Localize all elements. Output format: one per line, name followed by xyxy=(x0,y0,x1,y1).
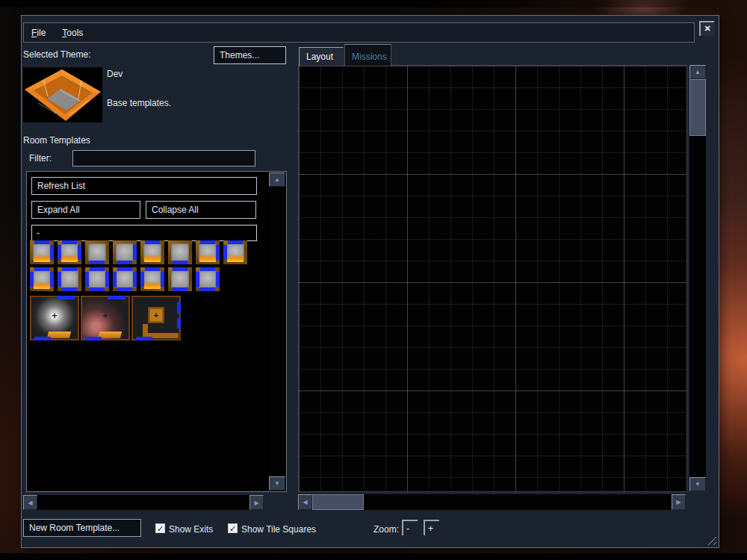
room-templates-panel: Refresh List Expand All Collapse All - +… xyxy=(26,171,287,492)
show-tile-squares-checkbox[interactable]: ✓ xyxy=(228,523,238,533)
room-template-thumb[interactable] xyxy=(140,267,164,291)
scrollbar-thumb[interactable] xyxy=(689,79,706,136)
templates-horizontal-scrollbar[interactable]: ◀ ▶ xyxy=(23,495,264,510)
zoom-label: Zoom: xyxy=(374,524,399,535)
show-exits-label[interactable]: Show Exits xyxy=(169,524,213,535)
room-template-thumb[interactable] xyxy=(168,240,192,264)
close-button[interactable]: ✕ xyxy=(699,21,714,36)
zoom-in-button[interactable]: + xyxy=(424,520,439,535)
room-template-thumb[interactable] xyxy=(58,267,81,291)
editor-window: ✕ File Tools Selected Theme: Themes... D… xyxy=(21,15,719,548)
zoom-out-button[interactable]: - xyxy=(402,520,418,535)
new-room-template-button[interactable]: New Room Template... xyxy=(23,519,141,537)
scroll-right-icon[interactable]: ▶ xyxy=(672,494,686,510)
filter-input[interactable] xyxy=(72,150,255,167)
room-template-thumb[interactable] xyxy=(30,267,54,291)
room-template-thumb[interactable] xyxy=(140,240,164,264)
template-group-header[interactable]: - xyxy=(31,225,257,241)
menu-tools[interactable]: Tools xyxy=(62,28,83,38)
room-template-thumb[interactable] xyxy=(85,267,109,291)
collapse-all-button[interactable]: Collapse All xyxy=(146,201,256,219)
tile-row xyxy=(30,267,220,291)
scroll-left-icon[interactable]: ◀ xyxy=(23,495,37,510)
selected-theme-label: Selected Theme: xyxy=(23,49,91,60)
templates-vertical-scrollbar[interactable]: ▲ ▼ xyxy=(269,172,285,491)
tile-row xyxy=(30,240,247,264)
background-top-strip xyxy=(0,0,747,7)
room-template-thumb-large[interactable]: + xyxy=(81,296,130,340)
room-template-thumb[interactable] xyxy=(85,240,109,264)
room-template-thumb-large[interactable]: + xyxy=(30,296,79,340)
tab-missions[interactable]: Missions xyxy=(344,44,391,66)
show-exits-checkbox[interactable]: ✓ xyxy=(155,523,165,533)
room-template-thumb[interactable] xyxy=(30,240,54,264)
room-template-thumb[interactable] xyxy=(113,240,137,264)
room-templates-label: Room Templates xyxy=(23,135,90,146)
expand-all-button[interactable]: Expand All xyxy=(31,201,140,219)
scroll-down-icon[interactable]: ▼ xyxy=(269,476,285,491)
theme-preview-image[interactable] xyxy=(23,67,102,122)
show-tile-squares-label[interactable]: Show Tile Squares xyxy=(241,524,316,535)
scrollbar-track[interactable] xyxy=(312,494,672,510)
resize-grip[interactable] xyxy=(705,534,716,545)
layout-horizontal-scrollbar[interactable]: ◀ ▶ xyxy=(298,494,686,510)
scroll-left-icon[interactable]: ◀ xyxy=(298,494,312,510)
theme-description: Base templates. xyxy=(107,98,171,108)
room-template-thumb[interactable] xyxy=(196,267,220,291)
menu-file[interactable]: File xyxy=(31,28,46,38)
themes-button[interactable]: Themes... xyxy=(214,46,286,64)
scroll-right-icon[interactable]: ▶ xyxy=(249,495,264,510)
room-template-thumb[interactable] xyxy=(168,267,192,291)
scroll-down-icon[interactable]: ▼ xyxy=(689,477,706,491)
room-template-thumb[interactable] xyxy=(223,240,247,264)
filter-label: Filter: xyxy=(29,153,52,164)
room-template-thumb[interactable] xyxy=(113,267,137,291)
menu-bar: File Tools xyxy=(23,22,695,43)
scrollbar-track[interactable] xyxy=(37,495,249,510)
tile-row-large: +++ xyxy=(30,296,181,340)
scrollbar-track[interactable] xyxy=(689,79,706,477)
scrollbar-track[interactable] xyxy=(269,187,285,476)
scroll-up-icon[interactable]: ▲ xyxy=(689,65,706,79)
layout-grid-canvas[interactable] xyxy=(298,65,687,492)
scrollbar-thumb[interactable] xyxy=(312,494,364,510)
isometric-room-icon xyxy=(23,67,102,122)
room-template-thumb[interactable] xyxy=(196,240,220,264)
refresh-list-button[interactable]: Refresh List xyxy=(31,177,257,195)
tab-layout[interactable]: Layout xyxy=(299,47,344,66)
layout-vertical-scrollbar[interactable]: ▲ ▼ xyxy=(689,65,706,491)
scroll-up-icon[interactable]: ▲ xyxy=(269,172,285,187)
background-bottom-strip xyxy=(0,553,747,560)
room-template-thumb[interactable] xyxy=(58,240,81,264)
room-template-thumb-large[interactable]: + xyxy=(131,296,181,340)
theme-name: Dev xyxy=(107,69,123,79)
